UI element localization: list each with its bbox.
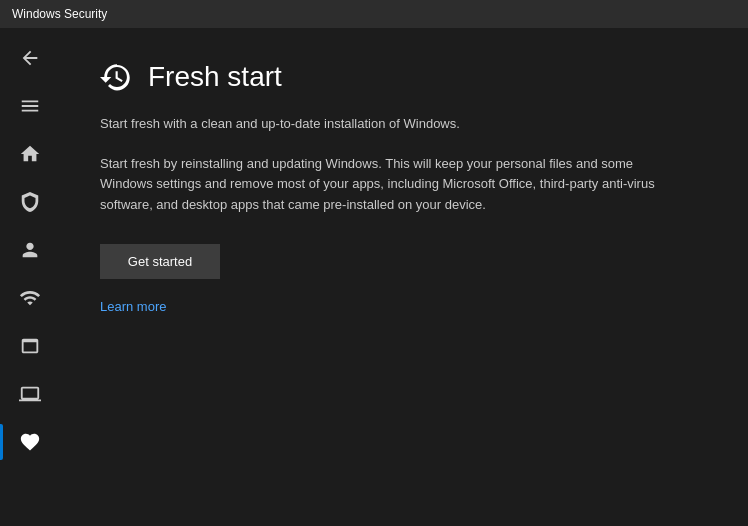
app-title: Windows Security bbox=[12, 7, 107, 21]
home-icon bbox=[19, 143, 41, 165]
hamburger-icon bbox=[19, 95, 41, 117]
browser-icon bbox=[19, 335, 41, 357]
description-text: Start fresh by reinstalling and updating… bbox=[100, 154, 660, 216]
main-content: Fresh start Start fresh with a clean and… bbox=[60, 28, 748, 526]
fresh-start-icon bbox=[100, 60, 134, 94]
sidebar-item-menu[interactable] bbox=[0, 84, 60, 128]
sidebar-item-device[interactable] bbox=[0, 372, 60, 416]
health-icon bbox=[19, 431, 41, 453]
page-title: Fresh start bbox=[148, 61, 282, 93]
account-icon bbox=[19, 239, 41, 261]
sidebar-item-wireless[interactable] bbox=[0, 276, 60, 320]
sidebar-item-health[interactable] bbox=[0, 420, 60, 464]
sidebar-item-home[interactable] bbox=[0, 132, 60, 176]
back-arrow-icon bbox=[19, 47, 41, 69]
sidebar-item-browser[interactable] bbox=[0, 324, 60, 368]
wireless-icon bbox=[19, 287, 41, 309]
sidebar-item-account[interactable] bbox=[0, 228, 60, 272]
sidebar-item-shield[interactable] bbox=[0, 180, 60, 224]
device-icon bbox=[19, 383, 41, 405]
learn-more-link[interactable]: Learn more bbox=[100, 299, 708, 314]
get-started-button[interactable]: Get started bbox=[100, 244, 220, 279]
shield-icon bbox=[19, 191, 41, 213]
sidebar-item-back[interactable] bbox=[0, 36, 60, 80]
sidebar bbox=[0, 28, 60, 526]
page-header: Fresh start bbox=[100, 60, 708, 94]
subtitle-text: Start fresh with a clean and up-to-date … bbox=[100, 114, 708, 134]
